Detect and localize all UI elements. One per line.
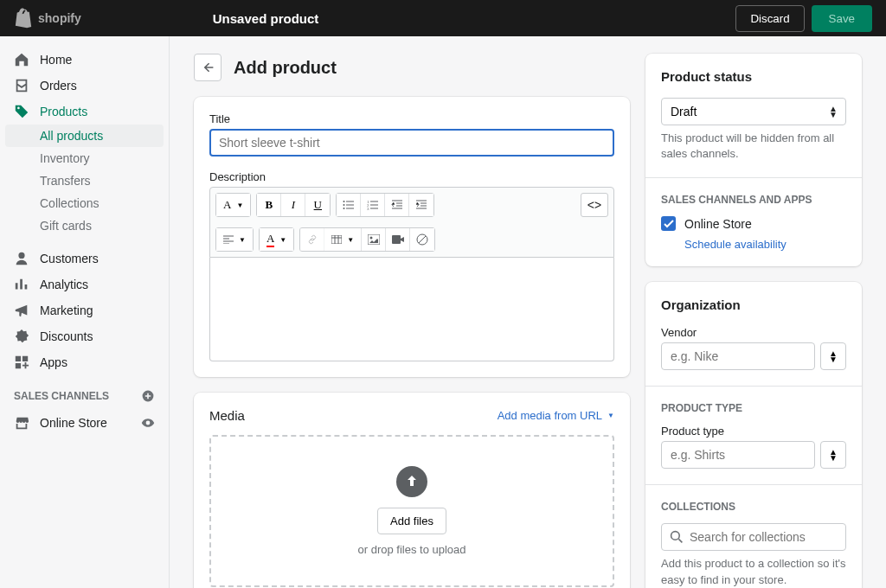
save-button[interactable]: Save (812, 5, 872, 32)
rte-align-button[interactable]: ▼ (216, 228, 253, 251)
nav-home[interactable]: Home (0, 47, 169, 73)
home-icon (14, 52, 29, 67)
list-ul-icon (343, 199, 355, 211)
schedule-link[interactable]: Schedule availability (684, 238, 846, 251)
svg-point-1 (343, 201, 344, 202)
collections-search[interactable] (661, 523, 846, 551)
check-icon (664, 220, 674, 228)
rte-toolbar: A▼ B I U 123 <> ▼ (209, 187, 614, 258)
rte-ul-button[interactable] (337, 194, 361, 216)
analytics-icon (14, 277, 29, 292)
nav-products[interactable]: Products (0, 99, 169, 125)
store-icon (14, 415, 29, 431)
back-button[interactable] (194, 54, 222, 81)
align-icon (223, 235, 234, 244)
rte-ol-button[interactable]: 123 (361, 194, 385, 216)
upload-icon (396, 466, 427, 497)
outdent-icon (391, 199, 403, 211)
header-title: Unsaved product (213, 11, 319, 26)
channels-heading: SALES CHANNELS AND APPS (661, 194, 846, 206)
brand-name: shopify (38, 11, 81, 25)
status-help: This product will be hidden from all sal… (661, 131, 846, 162)
rte-clear-button[interactable] (410, 228, 434, 251)
nav-collections[interactable]: Collections (0, 192, 169, 214)
product-type-heading: PRODUCT TYPE (661, 402, 846, 414)
vendor-dropdown-button[interactable]: ▲▼ (820, 342, 846, 370)
sidebar: Home Orders Products All products Invent… (0, 36, 170, 588)
marketing-icon (14, 303, 29, 318)
online-store-label: Online Store (684, 217, 752, 231)
table-icon (331, 235, 342, 244)
orders-icon (14, 78, 29, 93)
list-ol-icon: 123 (367, 199, 379, 211)
page-title: Add product (234, 58, 337, 78)
vendor-label: Vendor (661, 326, 846, 339)
rte-underline-button[interactable]: U (305, 194, 330, 216)
rte-font-button[interactable]: A▼ (216, 194, 250, 216)
clear-icon (416, 233, 428, 246)
shopify-icon (14, 8, 33, 29)
media-url-link[interactable]: Add media from URL▼ (498, 409, 614, 422)
video-icon (392, 235, 404, 244)
rte-color-button[interactable]: A▼ (260, 228, 293, 251)
nav-inventory[interactable]: Inventory (0, 147, 169, 169)
svg-point-12 (671, 532, 680, 540)
search-icon (670, 530, 684, 544)
nav-all-products[interactable]: All products (5, 125, 164, 147)
image-icon (368, 234, 380, 245)
apps-icon (14, 355, 29, 370)
sales-channels-heading: SALES CHANNELS (0, 375, 169, 410)
svg-rect-7 (331, 235, 342, 244)
brand-logo[interactable]: shopify (14, 8, 81, 29)
collections-heading: COLLECTIONS (661, 501, 846, 513)
product-status-title: Product status (661, 69, 846, 84)
nav-analytics[interactable]: Analytics (0, 272, 169, 297)
type-dropdown-button[interactable]: ▲▼ (820, 441, 846, 469)
rte-indent-button[interactable] (409, 194, 433, 216)
organization-title: Organization (661, 297, 846, 312)
view-store-icon[interactable] (141, 416, 155, 430)
media-dropzone[interactable]: Add files or drop files to upload (209, 435, 614, 587)
rte-bold-button[interactable]: B (257, 194, 281, 216)
indent-icon (415, 199, 427, 211)
collections-help: Add this product to a collection so it's… (661, 556, 846, 587)
svg-rect-10 (392, 235, 401, 244)
nav-online-store[interactable]: Online Store (0, 410, 169, 436)
discounts-icon (14, 329, 29, 344)
rte-code-button[interactable]: <> (581, 193, 608, 217)
title-input[interactable] (209, 129, 614, 157)
customers-icon (14, 251, 29, 266)
nav-gift-cards[interactable]: Gift cards (0, 214, 169, 237)
rte-video-button[interactable] (386, 228, 410, 251)
rte-table-button[interactable]: ▼ (324, 228, 362, 251)
arrow-left-icon (201, 61, 215, 74)
rte-outdent-button[interactable] (385, 194, 409, 216)
title-label: Title (209, 112, 614, 125)
add-channel-button[interactable] (141, 389, 155, 403)
online-store-checkbox[interactable] (661, 216, 676, 231)
description-label: Description (209, 170, 614, 183)
svg-point-9 (369, 237, 372, 240)
svg-point-3 (343, 208, 344, 209)
product-type-input[interactable] (661, 441, 815, 469)
vendor-input[interactable] (661, 342, 815, 370)
nav-marketing[interactable]: Marketing (0, 297, 169, 323)
products-icon (14, 104, 29, 119)
media-title: Media (209, 408, 245, 423)
nav-customers[interactable]: Customers (0, 246, 169, 272)
add-files-button[interactable]: Add files (377, 508, 446, 534)
description-textarea[interactable] (209, 258, 614, 361)
svg-text:3: 3 (367, 207, 369, 211)
rte-link-button[interactable] (300, 228, 324, 251)
drop-text: or drop files to upload (241, 543, 583, 556)
rte-image-button[interactable] (362, 228, 386, 251)
rte-italic-button[interactable]: I (281, 194, 305, 216)
status-select[interactable]: Draft (661, 98, 846, 125)
nav-orders[interactable]: Orders (0, 73, 169, 99)
link-icon (306, 233, 318, 246)
nav-discounts[interactable]: Discounts (0, 323, 169, 349)
nav-transfers[interactable]: Transfers (0, 169, 169, 192)
discard-button[interactable]: Discard (735, 5, 804, 32)
svg-point-2 (343, 204, 344, 206)
nav-apps[interactable]: Apps (0, 349, 169, 375)
